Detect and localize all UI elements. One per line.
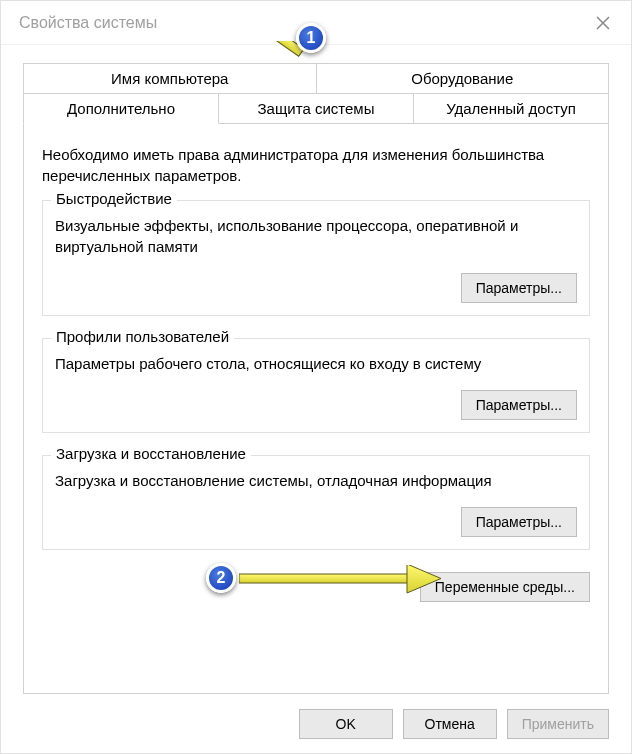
ok-button[interactable]: OK <box>299 709 393 739</box>
annotation-arrow-1 <box>161 41 321 131</box>
window-title: Свойства системы <box>19 14 157 32</box>
group-performance: Быстродействие Визуальные эффекты, испол… <box>42 200 590 316</box>
group-startup: Загрузка и восстановление Загрузка и вос… <box>42 455 590 550</box>
profiles-settings-button[interactable]: Параметры... <box>461 390 577 420</box>
group-startup-desc: Загрузка и восстановление системы, отлад… <box>55 470 577 491</box>
group-profiles-title: Профили пользователей <box>51 328 234 345</box>
group-performance-desc: Визуальные эффекты, использование процес… <box>55 215 577 257</box>
annotation-marker-1: 1 <box>296 23 326 53</box>
performance-settings-button[interactable]: Параметры... <box>461 273 577 303</box>
tab-body-advanced: Необходимо иметь права администратора дл… <box>23 124 609 694</box>
svg-rect-2 <box>239 574 409 583</box>
tab-hardware[interactable]: Оборудование <box>317 63 610 93</box>
dialog-buttons: OK Отмена Применить <box>299 709 609 739</box>
group-performance-title: Быстродействие <box>51 190 177 207</box>
annotation-marker-2: 2 <box>206 563 236 593</box>
close-icon[interactable] <box>589 9 617 37</box>
svg-rect-0 <box>207 41 304 56</box>
annotation-arrow-2 <box>239 565 449 597</box>
svg-marker-3 <box>407 565 441 593</box>
group-profiles-desc: Параметры рабочего стола, относящиеся ко… <box>55 353 577 374</box>
group-profiles: Профили пользователей Параметры рабочего… <box>42 338 590 433</box>
startup-settings-button[interactable]: Параметры... <box>461 507 577 537</box>
apply-button[interactable]: Применить <box>507 709 609 739</box>
admin-note: Необходимо иметь права администратора дл… <box>42 144 590 186</box>
cancel-button[interactable]: Отмена <box>403 709 497 739</box>
group-startup-title: Загрузка и восстановление <box>51 445 251 462</box>
tab-remote[interactable]: Удаленный доступ <box>414 93 609 124</box>
